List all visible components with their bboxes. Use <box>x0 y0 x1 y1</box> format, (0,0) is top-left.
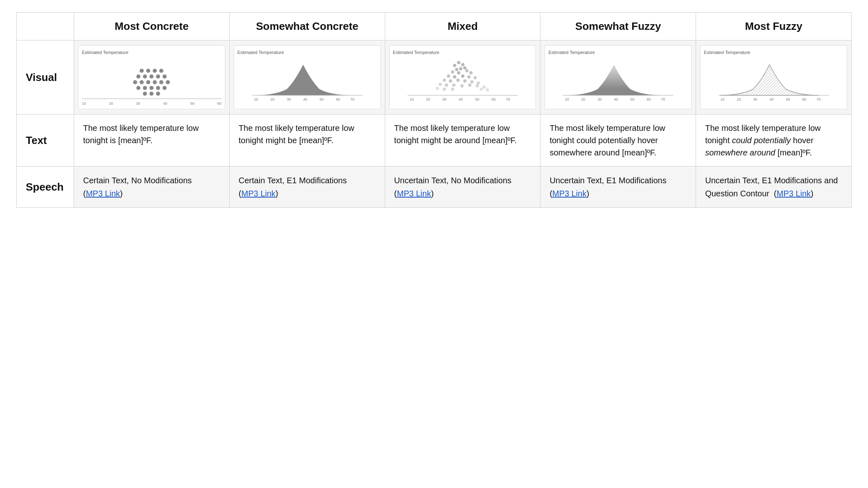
speech-cell-somewhat-concrete: Certain Text, E1 Modifications (MP3 Link… <box>229 166 385 208</box>
text-cell-somewhat-fuzzy: The most likely temperature low tonight … <box>540 115 696 166</box>
svg-point-38 <box>451 88 454 91</box>
italic-somewhere-around: somewhere around <box>705 148 775 157</box>
speech-cell-most-concrete: Certain Text, No Modifications (MP3 Link… <box>74 166 230 208</box>
chart-area-1: 10 20 30 40 50 60 <box>82 56 222 106</box>
text-row: Text The most likely temperature low ton… <box>17 115 852 166</box>
dot <box>136 74 140 79</box>
svg-point-10 <box>461 63 464 66</box>
svg-point-26 <box>463 79 466 83</box>
dot <box>153 69 157 73</box>
speech-cell-mixed: Uncertain Text, No Modifications (MP3 Li… <box>385 166 540 208</box>
text-row-header: Text <box>17 115 74 166</box>
chart-somewhat-fuzzy: Estimated Temperature <box>545 45 692 109</box>
text-cell-most-concrete: The most likely temperature low tonight … <box>74 115 230 166</box>
mp3-link-2[interactable]: MP3 Link <box>241 189 275 198</box>
svg-text:30: 30 <box>442 97 446 101</box>
dot <box>156 74 160 79</box>
svg-text:70: 70 <box>506 97 510 101</box>
svg-text:20: 20 <box>270 97 274 101</box>
svg-text:60: 60 <box>647 97 651 101</box>
mp3-link-3[interactable]: MP3 Link <box>397 189 431 198</box>
svg-point-12 <box>459 67 462 70</box>
speech-text-2: Certain Text, E1 Modifications <box>239 176 347 185</box>
dot-row <box>143 92 160 96</box>
dot <box>149 92 154 96</box>
dot <box>143 92 147 96</box>
chart-area-2: 10 20 30 40 50 60 70 <box>237 56 377 106</box>
speech-row: Speech Certain Text, No Modifications (M… <box>17 166 852 208</box>
speech-cell-somewhat-fuzzy: Uncertain Text, E1 Modifications (MP3 Li… <box>540 166 696 208</box>
col-header-somewhat-fuzzy: Somewhat Fuzzy <box>540 13 696 40</box>
svg-point-18 <box>447 74 450 78</box>
text-cell-most-fuzzy: The most likely temperature low tonight … <box>696 115 852 166</box>
svg-point-33 <box>468 83 471 87</box>
dot-row <box>133 80 170 84</box>
main-wrapper: Most Concrete Somewhat Concrete Mixed So… <box>0 0 868 488</box>
svg-point-21 <box>467 75 470 79</box>
dot <box>143 86 147 90</box>
dot <box>140 69 144 73</box>
svg-text:30: 30 <box>753 97 757 101</box>
svg-text:50: 50 <box>631 97 635 101</box>
comparison-table: Most Concrete Somewhat Concrete Mixed So… <box>16 12 852 208</box>
visual-cell-mixed: Estimated Temperature <box>385 40 540 115</box>
visual-cell-somewhat-fuzzy: Estimated Temperature <box>540 40 696 115</box>
svg-point-35 <box>482 85 486 89</box>
svg-point-40 <box>486 88 489 92</box>
axis-ticks: 10 20 30 40 50 60 <box>82 101 222 106</box>
svg-text:40: 40 <box>459 97 463 101</box>
svg-point-14 <box>451 70 454 74</box>
chart-somewhat-concrete: Estimated Temperature <box>234 45 381 109</box>
dot-grid <box>82 56 222 106</box>
svg-text:10: 10 <box>565 97 569 101</box>
dot-row <box>140 69 163 73</box>
chart-area-4: 10 20 30 40 50 60 70 <box>548 56 688 106</box>
visual-cell-somewhat-concrete: Estimated Temperature <box>229 40 385 115</box>
svg-text:60: 60 <box>491 97 495 101</box>
dot-row <box>136 86 167 90</box>
mp3-link-4[interactable]: MP3 Link <box>552 189 586 198</box>
chart-area-5: 10 20 30 40 50 60 70 <box>704 56 843 106</box>
visual-row-header: Visual <box>17 40 74 115</box>
chart-most-fuzzy: Estimated Temperature <box>700 45 847 109</box>
svg-point-31 <box>452 83 455 87</box>
speech-cell-most-fuzzy: Uncertain Text, E1 Modifications and Que… <box>696 166 852 208</box>
dot <box>156 86 160 90</box>
col-header-most-concrete: Most Concrete <box>74 13 230 40</box>
italic-could-potentially: could potentially <box>732 136 791 145</box>
header-empty-cell <box>17 13 74 40</box>
mp3-link-5[interactable]: MP3 Link <box>777 189 811 198</box>
svg-point-17 <box>469 71 472 74</box>
svg-point-23 <box>443 79 446 82</box>
svg-text:70: 70 <box>817 97 821 101</box>
chart-label-5: Estimated Temperature <box>704 50 843 55</box>
mp3-link-1[interactable]: MP3 Link <box>86 189 120 198</box>
chart-label-1: Estimated Temperature <box>82 50 222 55</box>
dot <box>146 80 150 84</box>
dot-row <box>136 74 167 79</box>
dot <box>146 69 150 73</box>
svg-text:50: 50 <box>786 97 790 101</box>
col-header-somewhat-concrete: Somewhat Concrete <box>229 13 385 40</box>
svg-text:50: 50 <box>319 97 323 101</box>
chart-most-concrete: Estimated Temperature <box>78 45 225 109</box>
speech-text-1: Certain Text, No Modifications <box>83 176 192 185</box>
svg-text:20: 20 <box>426 97 430 101</box>
svg-point-28 <box>477 81 480 85</box>
svg-point-27 <box>470 80 473 83</box>
dot <box>156 92 160 96</box>
dot <box>159 80 163 84</box>
visual-row: Visual Estimated Temperature <box>17 40 852 115</box>
col-header-mixed: Mixed <box>385 13 540 40</box>
svg-point-22 <box>473 76 477 79</box>
svg-text:10: 10 <box>721 97 725 101</box>
svg-text:70: 70 <box>661 97 665 101</box>
svg-text:60: 60 <box>336 97 340 101</box>
chart-mixed: Estimated Temperature <box>389 45 536 109</box>
svg-point-24 <box>449 79 452 83</box>
speech-text-4: Uncertain Text, E1 Modifications <box>549 176 666 185</box>
dot <box>159 69 163 73</box>
chart-label-2: Estimated Temperature <box>237 50 377 55</box>
speech-text-5: Uncertain Text, E1 Modifications and Que… <box>705 176 838 198</box>
svg-point-19 <box>453 75 456 79</box>
